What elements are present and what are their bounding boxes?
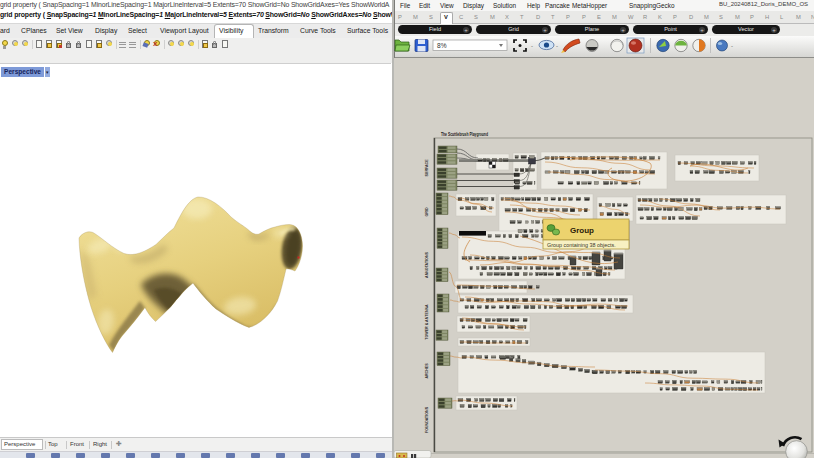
svg-text:FOUNDATIONS: FOUNDATIONS — [425, 406, 429, 433]
svg-text:Group: Group — [570, 226, 594, 235]
svg-text:TOWER & ANTENNA: TOWER & ANTENNA — [425, 304, 429, 340]
svg-text:8%: 8% — [437, 42, 447, 49]
svg-text:GRID: GRID — [425, 207, 429, 216]
svg-text:The Scuttlebrush Playground: The Scuttlebrush Playground — [441, 132, 488, 137]
svg-text:SURFACE: SURFACE — [425, 159, 429, 177]
svg-text:-: - — [531, 43, 533, 49]
svg-text:-: - — [556, 43, 558, 49]
svg-text:ARCHES: ARCHES — [425, 363, 429, 379]
svg-text:ANNOTATIONS: ANNOTATIONS — [425, 251, 429, 277]
svg-text:-: - — [731, 43, 733, 49]
svg-text:Group containing 38 objects.: Group containing 38 objects. — [547, 242, 616, 248]
